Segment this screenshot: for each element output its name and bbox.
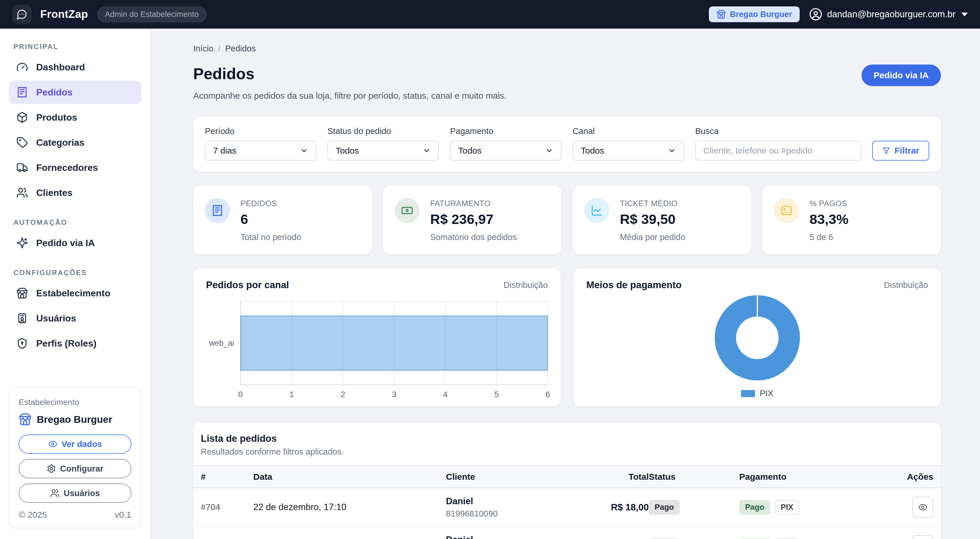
search-input[interactable] [695, 141, 861, 161]
bar-web-ai [240, 316, 548, 370]
periodo-value: 7 dias [213, 146, 236, 156]
chevron-down-icon [961, 13, 968, 16]
col-data: Data [253, 472, 446, 482]
order-date: 22 de dezembro, 17:10 [253, 502, 446, 512]
legend-swatch [741, 390, 755, 397]
sidebar-item-label: Dashboard [36, 62, 85, 73]
breadcrumb-inicio[interactable]: Início [193, 44, 213, 53]
configurar-button[interactable]: Configurar [19, 459, 131, 478]
sidebar-item-usuarios[interactable]: Usuários [9, 306, 141, 330]
x-tick-label: 2 [340, 390, 345, 399]
pagamento-value: Todos [458, 146, 482, 156]
order-id: #704 [201, 502, 253, 512]
col-cliente: Cliente [446, 472, 592, 482]
chart-line-icon [584, 198, 609, 223]
page-title: Pedidos [193, 65, 255, 83]
x-tick-label: 3 [392, 390, 397, 399]
sidebar-item-label: Pedido via IA [36, 238, 95, 249]
ver-dados-button[interactable]: Ver dados [19, 434, 131, 454]
canal-select[interactable]: Todos [573, 141, 684, 161]
gear-icon [47, 464, 56, 473]
sidebar-section-principal: PRINCIPAL [13, 43, 141, 51]
payment-methods-chart: Meios de pagamento Distribuição PIX [573, 268, 941, 406]
orders-by-channel-chart: Pedidos por canal Distribuição web_ai 01… [193, 268, 561, 406]
stat-caption: Média por pedido [620, 233, 685, 242]
eye-icon [918, 502, 928, 512]
sidebar-item-perfis[interactable]: Perfis (Roles) [9, 332, 141, 355]
usuarios-button[interactable]: Usuários [19, 483, 131, 503]
configurar-label: Configurar [60, 464, 103, 474]
store-icon [19, 413, 32, 426]
stat-value: R$ 39,50 [620, 211, 685, 227]
sidebar-section-automacao: AUTOMAÇÃO [13, 218, 141, 226]
legend-label: PIX [760, 389, 773, 398]
sidebar-item-fornecedores[interactable]: Fornecedores [9, 156, 141, 179]
filtrar-label: Filtrar [894, 146, 919, 156]
store-badge-label: Bregao Burguer [730, 10, 792, 19]
package-icon [16, 112, 28, 123]
breadcrumb-pedidos[interactable]: Pedidos [225, 44, 256, 53]
sidebar-item-dashboard[interactable]: Dashboard [9, 56, 141, 79]
sidebar-item-clientes[interactable]: Clientes [9, 181, 141, 204]
chart-subtitle: Distribuição [884, 280, 928, 290]
chevron-down-icon [423, 147, 431, 155]
bar-ticks: 0123456 [240, 390, 548, 404]
sidebar-item-label: Clientes [36, 187, 72, 198]
stat-value: 83,3% [810, 211, 848, 227]
sidebar-item-estabelecimento[interactable]: Estabelecimento [9, 281, 141, 305]
stat-card-pagos: % PAGOS 83,3% 5 de 6 [762, 186, 941, 254]
x-tick-label: 5 [495, 390, 499, 399]
status-value: Todos [336, 146, 359, 156]
sidebar-item-label: Estabelecimento [36, 288, 110, 299]
stat-caption: Somatório dos pedidos [430, 233, 517, 242]
canal-label: Canal [573, 126, 684, 136]
x-tick-label: 6 [546, 390, 550, 399]
store-icon [16, 287, 28, 299]
table-row: #703 22 de dezembro, 13:35 Daniel 819968… [193, 527, 941, 539]
customer-phone: 81996810090 [446, 509, 592, 518]
sidebar-item-pedidos[interactable]: Pedidos [9, 81, 141, 104]
donut-chart [715, 295, 800, 380]
store-badge[interactable]: Bregao Burguer [709, 6, 800, 22]
periodo-label: Período [205, 126, 317, 136]
tag-icon [16, 137, 28, 148]
store-icon [716, 10, 726, 19]
ver-dados-label: Ver dados [62, 439, 102, 449]
sidebar: PRINCIPAL Dashboard Pedidos Produtos Cat… [0, 29, 151, 539]
sidebar-item-produtos[interactable]: Produtos [9, 106, 141, 129]
filtrar-button[interactable]: Filtrar [872, 141, 929, 161]
establishment-card: Estabelecimento Bregao Burguer Ver dados… [9, 387, 141, 528]
users-icon [50, 488, 59, 498]
sidebar-item-pedido-via-ia[interactable]: Pedido via IA [9, 231, 141, 255]
status-label: Status do pedido [328, 126, 439, 136]
order-total: R$ 18,00 [592, 502, 649, 513]
status-select[interactable]: Todos [328, 141, 439, 161]
x-tick-label: 0 [238, 390, 243, 399]
view-order-button[interactable] [912, 497, 933, 518]
orders-table-card: Lista de pedidos Resultados conforme fil… [193, 423, 941, 539]
role-badge: Admin do Estabelecimento [97, 6, 207, 22]
app-version: v0.1 [115, 510, 131, 520]
usuarios-label: Usuários [64, 488, 100, 498]
pagamento-select[interactable]: Todos [450, 141, 562, 161]
establishment-name: Bregao Burguer [37, 414, 112, 425]
col-id: # [201, 472, 253, 482]
chart-legend: PIX [741, 389, 773, 398]
pedido-via-ia-button[interactable]: Pedido via IA [862, 65, 941, 86]
chevron-down-icon [300, 147, 308, 155]
sidebar-item-categorias[interactable]: Categorias [9, 131, 141, 154]
stats-row: PEDIDOS 6 Total no período FATURAMENTO R… [193, 186, 941, 254]
user-menu[interactable]: dandan@bregaoburguer.com.br [809, 8, 968, 21]
periodo-select[interactable]: 7 dias [205, 141, 317, 161]
view-order-button[interactable] [912, 535, 933, 539]
x-tick-label: 4 [443, 390, 448, 399]
topbar: FrontZap Admin do Estabelecimento Bregao… [0, 0, 980, 29]
stat-value: R$ 236,97 [430, 211, 517, 227]
col-pagamento: Pagamento [739, 472, 903, 482]
status-badge: Pago [649, 500, 680, 515]
establishment-card-label: Estabelecimento [19, 398, 131, 407]
customer-name: Daniel [446, 534, 592, 539]
sidebar-item-label: Usuários [36, 313, 76, 324]
shield-icon [16, 338, 28, 349]
chart-title: Pedidos por canal [206, 279, 289, 290]
